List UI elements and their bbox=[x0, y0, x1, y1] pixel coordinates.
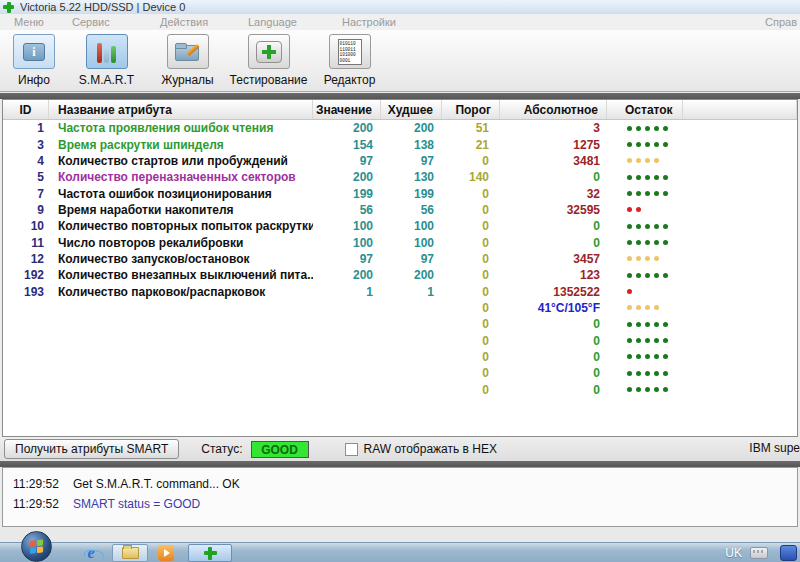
health-dots bbox=[607, 338, 797, 343]
menu-item-5[interactable]: Настройки bbox=[342, 16, 396, 28]
cell-name: Количество запусков/остановок bbox=[49, 252, 313, 266]
column-header-2[interactable]: Название атрибута bbox=[49, 100, 313, 119]
cell-worst r: 97 bbox=[381, 154, 442, 168]
raw-hex-checkbox[interactable] bbox=[345, 443, 358, 456]
column-header-3[interactable]: Значение bbox=[313, 100, 381, 119]
toolbar: iИнфоS.M.A.R.TЖурналыТестирование0101101… bbox=[0, 30, 800, 92]
raw-hex-checkbox-label[interactable]: RAW отображать в HEX bbox=[364, 442, 497, 456]
health-dot bbox=[627, 224, 632, 229]
toolbar-iconbox bbox=[167, 34, 209, 69]
attribute-row-extra[interactable]: 00 bbox=[3, 382, 797, 398]
health-dot bbox=[627, 191, 632, 196]
cell-abs r: 1352522 bbox=[500, 285, 607, 299]
health-dot bbox=[636, 256, 641, 261]
language-indicator[interactable]: UK bbox=[725, 546, 742, 560]
attribute-row-193[interactable]: 193Количество парковок/распарковок110135… bbox=[3, 283, 797, 299]
health-dot bbox=[636, 305, 641, 310]
toolbar-button-журналы[interactable]: Журналы bbox=[147, 30, 228, 90]
column-header-1[interactable]: ID bbox=[3, 100, 49, 119]
health-dot bbox=[645, 175, 650, 180]
toolbar-iconbox: i bbox=[13, 34, 55, 69]
cell-abs r: 3481 bbox=[500, 154, 607, 168]
media-player-icon bbox=[158, 545, 174, 561]
taskbar-ie-button[interactable]: e bbox=[78, 544, 104, 562]
health-dots bbox=[607, 273, 797, 278]
attribute-row-11[interactable]: 11Число повторов рекалибровки10010000 bbox=[3, 234, 797, 250]
menu-item-3[interactable]: Действия bbox=[160, 16, 208, 28]
column-header-5[interactable]: Порог bbox=[442, 100, 500, 119]
health-dots bbox=[607, 322, 797, 327]
cell-id: 3 bbox=[3, 138, 49, 152]
health-dot bbox=[663, 322, 668, 327]
health-dot bbox=[654, 158, 659, 163]
menu-item-6[interactable]: Справ bbox=[765, 16, 797, 28]
attribute-row-extra[interactable]: 00 bbox=[3, 316, 797, 332]
cell-thr r: 0 bbox=[442, 350, 500, 364]
log-message: Get S.M.A.R.T. command... OK bbox=[73, 477, 240, 491]
get-smart-attributes-button[interactable]: Получить атрибуты SMART bbox=[4, 439, 179, 459]
attribute-row-10[interactable]: 10Количество повторных попыток раскрутки… bbox=[3, 218, 797, 234]
tray-app-icon[interactable] bbox=[780, 545, 797, 561]
cell-worst r: 199 bbox=[381, 187, 442, 201]
toolbar-button-тестирование[interactable]: Тестирование bbox=[228, 30, 309, 90]
attribute-row-3[interactable]: 3Время раскрутки шпинделя154138211275 bbox=[3, 136, 797, 152]
health-dot bbox=[645, 338, 650, 343]
log-entry: 11:29:52Get S.M.A.R.T. command... OK bbox=[3, 474, 797, 494]
status-bar: Получить атрибуты SMART Статус: GOOD RAW… bbox=[0, 437, 800, 461]
health-dot bbox=[663, 191, 668, 196]
cell-worst r: 97 bbox=[381, 252, 442, 266]
attribute-row-1[interactable]: 1Частота проявления ошибок чтения2002005… bbox=[3, 120, 797, 136]
cell-val r: 200 bbox=[313, 268, 381, 282]
health-dot bbox=[645, 305, 650, 310]
health-dot bbox=[645, 126, 650, 131]
health-dot bbox=[654, 338, 659, 343]
toolbar-button-s-m-a-r-t[interactable]: S.M.A.R.T bbox=[66, 30, 147, 90]
attribute-row-extra[interactable]: 00 bbox=[3, 349, 797, 365]
health-dot bbox=[645, 354, 650, 359]
taskbar-media-player-button[interactable] bbox=[152, 544, 180, 562]
health-dots bbox=[607, 158, 797, 163]
menu-item-1[interactable]: Меню bbox=[14, 16, 44, 28]
attribute-row-12[interactable]: 12Количество запусков/остановок979703457 bbox=[3, 251, 797, 267]
toolbar-button-инфо[interactable]: iИнфо bbox=[2, 30, 66, 90]
attribute-row-5[interactable]: 5Количество переназначенных секторов2001… bbox=[3, 169, 797, 185]
log-panel: 11:29:52Get S.M.A.R.T. command... OK11:2… bbox=[2, 467, 798, 527]
folder-pencil-icon bbox=[175, 42, 201, 62]
health-dot bbox=[636, 338, 641, 343]
health-dot bbox=[627, 354, 632, 359]
health-dot bbox=[636, 224, 641, 229]
keyboard-layout-icon[interactable] bbox=[750, 547, 768, 559]
attribute-row-7[interactable]: 7Частота ошибок позиционирования19919903… bbox=[3, 185, 797, 201]
column-header-6[interactable]: Абсолютное bbox=[500, 100, 607, 119]
attribute-row-extra[interactable]: 041°C/105°F bbox=[3, 300, 797, 316]
health-dots bbox=[607, 126, 797, 131]
start-button[interactable] bbox=[21, 531, 52, 562]
log-timestamp: 11:29:52 bbox=[13, 477, 65, 491]
attribute-row-extra[interactable]: 00 bbox=[3, 365, 797, 381]
menu-item-4[interactable]: Language bbox=[248, 16, 297, 28]
column-header-4[interactable]: Худшее bbox=[381, 100, 442, 119]
taskbar-victoria-button[interactable] bbox=[188, 544, 232, 562]
taskbar-explorer-button[interactable] bbox=[112, 544, 148, 562]
window-titlebar[interactable]: Victoria 5.22 HDD/SSD | Device 0 bbox=[0, 0, 800, 14]
cell-name: Количество повторных попыток раскрутки bbox=[49, 219, 313, 233]
health-dot bbox=[636, 240, 641, 245]
cell-id: 4 bbox=[3, 154, 49, 168]
health-dots bbox=[607, 256, 797, 261]
menu-item-2[interactable]: Сервис bbox=[72, 16, 110, 28]
cell-name: Время наработки накопителя bbox=[49, 203, 313, 217]
attribute-row-192[interactable]: 192Количество внезапных выключений пита.… bbox=[3, 267, 797, 283]
cell-thr r: 0 bbox=[442, 366, 500, 380]
attribute-row-4[interactable]: 4Количество стартов или пробуждений97970… bbox=[3, 153, 797, 169]
cell-thr r: 0 bbox=[442, 301, 500, 315]
toolbar-button-редактор[interactable]: 0101101100111010000001Редактор bbox=[309, 30, 390, 90]
health-dot bbox=[636, 142, 641, 147]
attribute-row-9[interactable]: 9Время наработки накопителя5656032595 bbox=[3, 202, 797, 218]
health-dot bbox=[645, 224, 650, 229]
internet-explorer-icon: e bbox=[87, 545, 94, 561]
health-dot bbox=[663, 371, 668, 376]
attribute-row-extra[interactable]: 00 bbox=[3, 332, 797, 348]
cell-name: Время раскрутки шпинделя bbox=[49, 138, 313, 152]
column-header-7[interactable]: Остаток bbox=[607, 100, 683, 119]
health-dot bbox=[636, 273, 641, 278]
